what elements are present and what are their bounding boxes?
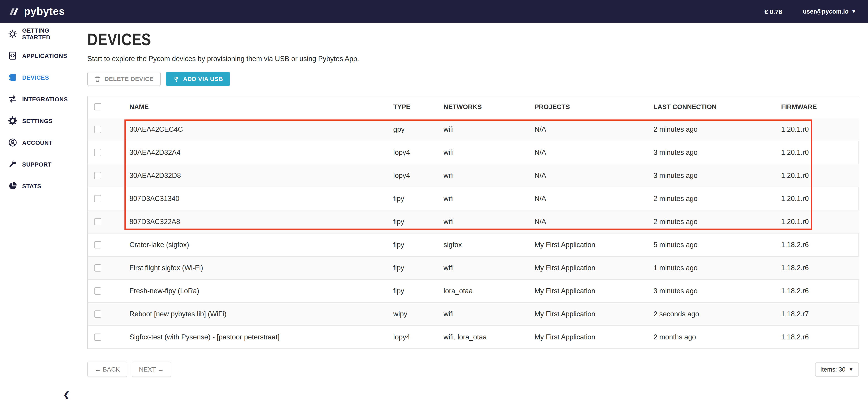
row-checkbox[interactable] [94, 264, 101, 271]
cell-device-name: 30AEA42CEC4C [129, 118, 393, 141]
items-per-page-button[interactable]: Items: 30 ▼ [815, 362, 859, 376]
sidebar-item-support[interactable]: SUPPORT [0, 153, 79, 175]
row-checkbox[interactable] [94, 149, 101, 156]
column-header-last-connection: LAST CONNECTION [653, 96, 781, 118]
back-button[interactable]: ← BACK [87, 362, 127, 377]
table-row[interactable]: 807D3AC322A8 fipy wifi N/A 2 minutes ago… [88, 210, 859, 233]
cell-device-name: Crater-lake (sigfox) [129, 233, 393, 256]
sidebar-item-settings[interactable]: SETTINGS [0, 110, 79, 132]
sidebar-collapse-button[interactable]: ❮ [63, 390, 70, 399]
cell-last-connection: 3 minutes ago [653, 141, 781, 164]
table-header-row: NAME TYPE NETWORKS PROJECTS LAST CONNECT… [88, 96, 859, 118]
column-header-name: NAME [129, 96, 393, 118]
table-row[interactable]: 30AEA42D32D8 lopy4 wifi N/A 3 minutes ag… [88, 164, 859, 187]
cell-device-name: 30AEA42D32A4 [129, 141, 393, 164]
usb-icon [173, 75, 180, 82]
select-all-checkbox[interactable] [94, 103, 101, 111]
cell-firmware: 1.18.2.r6 [781, 256, 859, 279]
sidebar-item-label: GETTING STARTED [22, 27, 79, 41]
sidebar-item-applications[interactable]: APPLICATIONS [0, 45, 79, 66]
cell-firmware: 1.20.1.r0 [781, 187, 859, 210]
sidebar-item-devices[interactable]: DEVICES [0, 66, 79, 88]
page-title: DEVICES [87, 31, 868, 48]
app-window: pybytes € 0.76 user@pycom.io ▼ GETTING S… [0, 0, 868, 403]
row-checkbox[interactable] [94, 195, 101, 202]
add-via-usb-button[interactable]: ADD VIA USB [166, 72, 230, 86]
row-checkbox[interactable] [94, 218, 101, 225]
cell-projects: N/A [534, 118, 653, 141]
column-header-networks: NETWORKS [443, 96, 534, 118]
trash-icon [94, 75, 101, 82]
cell-last-connection: 1 minutes ago [653, 256, 781, 279]
sidebar-item-label: ACCOUNT [22, 139, 53, 146]
table-row[interactable]: 30AEA42D32A4 lopy4 wifi N/A 3 minutes ag… [88, 141, 859, 164]
pycom-logo-icon [8, 7, 20, 16]
cell-device-type: lopy4 [393, 141, 443, 164]
table-row[interactable]: Crater-lake (sigfox) fipy sigfox My Firs… [88, 233, 859, 256]
cell-device-name: First flight sigfox (Wi-Fi) [129, 256, 393, 279]
cell-firmware: 1.18.2.r6 [781, 233, 859, 256]
cell-last-connection: 2 minutes ago [653, 118, 781, 141]
compass-gear-icon [8, 29, 17, 39]
cell-device-type: fipy [393, 233, 443, 256]
row-checkbox[interactable] [94, 126, 101, 133]
sidebar-item-label: STATS [22, 183, 41, 189]
cell-device-type: gpy [393, 118, 443, 141]
row-checkbox[interactable] [94, 241, 101, 248]
sidebar-item-label: APPLICATIONS [22, 52, 67, 59]
cell-last-connection: 2 minutes ago [653, 187, 781, 210]
pagination: ← BACK NEXT → Items: 30 ▼ [87, 362, 859, 377]
cell-networks: sigfox [443, 233, 534, 256]
cell-last-connection: 3 minutes ago [653, 279, 781, 302]
cell-device-type: fipy [393, 279, 443, 302]
sidebar-item-stats[interactable]: STATS [0, 175, 79, 197]
cell-firmware: 1.20.1.r0 [781, 210, 859, 233]
table-row[interactable]: First flight sigfox (Wi-Fi) fipy wifi My… [88, 256, 859, 279]
cell-networks: wifi [443, 118, 534, 141]
toolbar: DELETE DEVICE ADD V [87, 72, 868, 86]
cell-projects: N/A [534, 187, 653, 210]
table-row[interactable]: Sigfox-test (with Pysense) - [pastoor pe… [88, 326, 859, 348]
cell-device-type: fipy [393, 256, 443, 279]
sidebar-item-integrations[interactable]: INTEGRATIONS [0, 88, 79, 110]
cell-last-connection: 5 minutes ago [653, 233, 781, 256]
device-module-icon [8, 73, 17, 82]
cell-firmware: 1.20.1.r0 [781, 141, 859, 164]
cell-firmware: 1.18.2.r7 [781, 302, 859, 326]
cell-projects: N/A [534, 141, 653, 164]
cell-last-connection: 2 seconds ago [653, 302, 781, 326]
column-header-projects: PROJECTS [534, 96, 653, 118]
cell-device-name: 807D3AC322A8 [129, 210, 393, 233]
table-row[interactable]: Reboot [new pybytes lib] (WiFi) wipy wif… [88, 302, 859, 326]
cell-projects: My First Application [534, 326, 653, 348]
cell-projects: My First Application [534, 233, 653, 256]
chevron-down-icon: ▼ [848, 367, 854, 372]
row-checkbox[interactable] [94, 334, 101, 341]
cell-networks: wifi [443, 302, 534, 326]
main-content: DEVICES Start to explore the Pycom devic… [79, 23, 868, 403]
row-checkbox[interactable] [94, 287, 101, 294]
topbar: pybytes € 0.76 user@pycom.io ▼ [0, 0, 868, 23]
user-email: user@pycom.io [803, 8, 848, 15]
row-checkbox[interactable] [94, 310, 101, 317]
wrench-icon [8, 159, 17, 169]
cell-networks: wifi [443, 210, 534, 233]
next-button[interactable]: NEXT → [132, 362, 171, 377]
cell-device-type: lopy4 [393, 326, 443, 348]
cell-device-type: fipy [393, 187, 443, 210]
row-checkbox[interactable] [94, 172, 101, 179]
cell-projects: My First Application [534, 302, 653, 326]
cell-networks: wifi [443, 187, 534, 210]
sidebar-item-getting-started[interactable]: GETTING STARTED [0, 23, 79, 45]
sidebar-item-account[interactable]: ACCOUNT [0, 132, 79, 153]
user-menu[interactable]: user@pycom.io ▼ [803, 8, 856, 15]
table-row[interactable]: 30AEA42CEC4C gpy wifi N/A 2 minutes ago … [88, 118, 859, 141]
table-row[interactable]: 807D3AC31340 fipy wifi N/A 2 minutes ago… [88, 187, 859, 210]
delete-device-button[interactable]: DELETE DEVICE [87, 72, 160, 86]
table-row[interactable]: Fresh-new-fipy (LoRa) fipy lora_otaa My … [88, 279, 859, 302]
sidebar-item-label: SUPPORT [22, 161, 52, 168]
devices-table: NAME TYPE NETWORKS PROJECTS LAST CONNECT… [87, 96, 859, 349]
cell-device-name: Sigfox-test (with Pysense) - [pastoor pe… [129, 326, 393, 348]
brand[interactable]: pybytes [8, 5, 65, 18]
device-table-body: 30AEA42CEC4C gpy wifi N/A 2 minutes ago … [88, 118, 859, 348]
